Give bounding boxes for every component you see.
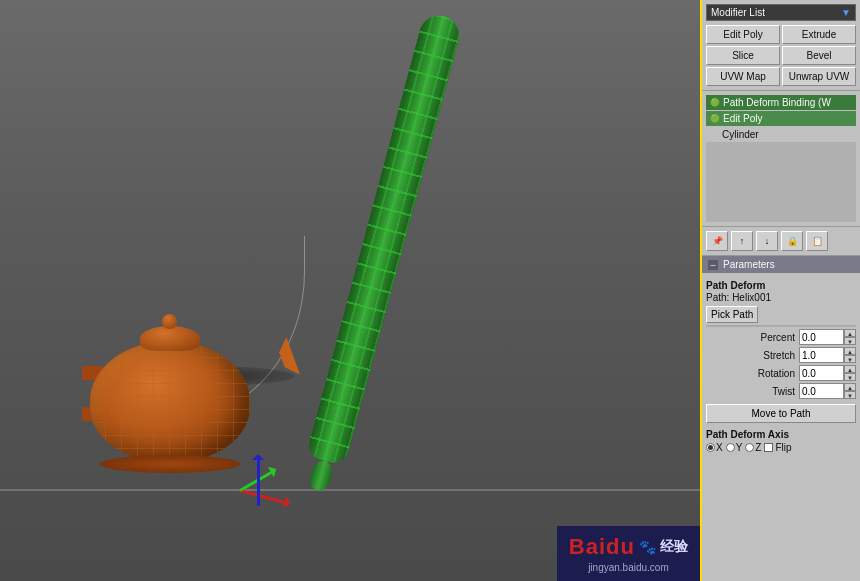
stack-tool-lock[interactable]: 🔒 xyxy=(781,231,803,251)
stack-path-deform[interactable]: 🟢 Path Deform Binding (W xyxy=(706,95,856,110)
percent-row: Percent ▲ ▼ xyxy=(706,329,856,345)
params-header-label: Parameters xyxy=(723,259,775,270)
axis-z-label: Z xyxy=(755,442,761,453)
modifier-buttons-grid: Edit Poly Extrude Slice Bevel UVW Map Un… xyxy=(706,25,856,86)
twist-input[interactable] xyxy=(799,383,844,399)
stretch-spinner: ▲ ▼ xyxy=(844,347,856,363)
stack-toolbar: 📌 ↑ ↓ 🔒 📋 xyxy=(702,227,860,256)
flip-label: Flip xyxy=(775,442,791,453)
axis-radio-row: X Y Z Flip xyxy=(706,442,856,453)
stack-icon-path-deform: 🟢 xyxy=(710,98,720,107)
axis-z-radio[interactable]: Z xyxy=(745,442,761,453)
axis-section-label: Path Deform Axis xyxy=(706,429,856,440)
params-body: Path Deform Path: Helix001 Pick Path Per… xyxy=(702,273,860,459)
stack-tool-pin[interactable]: 📌 xyxy=(706,231,728,251)
axis-z-radio-circle xyxy=(745,443,754,452)
stack-tool-up[interactable]: ↑ xyxy=(731,231,753,251)
watermark-suffix: 经验 xyxy=(660,538,688,556)
twist-value-group: ▲ ▼ xyxy=(799,383,856,399)
axis-x-radio[interactable]: X xyxy=(706,442,723,453)
percent-spin-dn[interactable]: ▼ xyxy=(844,337,856,345)
axis-y-radio[interactable]: Y xyxy=(726,442,743,453)
percent-spin-up[interactable]: ▲ xyxy=(844,329,856,337)
stretch-input[interactable] xyxy=(799,347,844,363)
stretch-row: Stretch ▲ ▼ xyxy=(706,347,856,363)
twist-spinner: ▲ ▼ xyxy=(844,383,856,399)
path-pick-row: Path: Helix001 xyxy=(706,292,856,303)
stack-empty-area xyxy=(706,142,856,222)
teapot-body xyxy=(90,341,250,461)
axis-y-label: Y xyxy=(736,442,743,453)
percent-label: Percent xyxy=(706,332,799,343)
twist-label: Twist xyxy=(706,386,799,397)
rotation-spin-up[interactable]: ▲ xyxy=(844,365,856,373)
watermark-logo: Baidu xyxy=(569,534,635,560)
stack-tool-copy[interactable]: 📋 xyxy=(806,231,828,251)
stack-edit-poly[interactable]: 🟢 Edit Poly xyxy=(706,111,856,126)
stretch-value-group: ▲ ▼ xyxy=(799,347,856,363)
stack-icon-edit-poly: 🟢 xyxy=(710,114,720,123)
teapot-lid xyxy=(140,326,200,351)
axis-x-radio-circle xyxy=(706,443,715,452)
axis-x-arrow xyxy=(240,489,289,505)
move-to-path-button[interactable]: Move to Path xyxy=(706,404,856,423)
axis-y-radio-circle xyxy=(726,443,735,452)
rotation-input[interactable] xyxy=(799,365,844,381)
axis-gizmo xyxy=(220,451,300,531)
stack-tool-down[interactable]: ↓ xyxy=(756,231,778,251)
stretch-label: Stretch xyxy=(706,350,799,361)
cylinder-body xyxy=(306,11,464,466)
uvw-map-button[interactable]: UVW Map xyxy=(706,67,780,86)
extrude-button[interactable]: Extrude xyxy=(782,25,856,44)
twist-spin-dn[interactable]: ▼ xyxy=(844,391,856,399)
cylinder-tip xyxy=(308,458,335,492)
twist-spin-up[interactable]: ▲ xyxy=(844,383,856,391)
flip-checkbox[interactable]: Flip xyxy=(764,442,791,453)
watermark-paw-icon: 🐾 xyxy=(639,539,656,555)
ground-plane xyxy=(0,489,700,491)
percent-value-group: ▲ ▼ xyxy=(799,329,856,345)
stretch-spin-dn[interactable]: ▼ xyxy=(844,355,856,363)
percent-spinner: ▲ ▼ xyxy=(844,329,856,345)
params-collapse-button[interactable]: – xyxy=(708,260,718,270)
params-header: – Parameters xyxy=(702,256,860,273)
viewport-3d[interactable]: Baidu 🐾 经验 jingyan.baidu.com xyxy=(0,0,700,581)
watermark-url: jingyan.baidu.com xyxy=(569,562,688,573)
flip-checkbox-box xyxy=(764,443,773,452)
percent-input[interactable] xyxy=(799,329,844,345)
axis-y-arrow xyxy=(257,456,260,506)
stack-path-deform-label: Path Deform Binding (W xyxy=(723,97,831,108)
rotation-spin-dn[interactable]: ▼ xyxy=(844,373,856,381)
stack-cylinder[interactable]: Cylinder xyxy=(706,127,856,142)
pick-path-button[interactable]: Pick Path xyxy=(706,306,758,323)
rotation-label: Rotation xyxy=(706,368,799,379)
modifier-list-section: Modifier List ▼ Edit Poly Extrude Slice … xyxy=(702,0,860,91)
main-container: Baidu 🐾 经验 jingyan.baidu.com Modifier Li… xyxy=(0,0,860,581)
slice-button[interactable]: Slice xyxy=(706,46,780,65)
rotation-value-group: ▲ ▼ xyxy=(799,365,856,381)
params-section: – Parameters Path Deform Path: Helix001 … xyxy=(702,256,860,581)
dropdown-arrow-icon: ▼ xyxy=(841,7,851,18)
divider-1 xyxy=(706,325,856,327)
bevel-button[interactable]: Bevel xyxy=(782,46,856,65)
modifier-list-label: Modifier List xyxy=(711,7,765,18)
rotation-spinner: ▲ ▼ xyxy=(844,365,856,381)
watermark-baidu: Baidu 🐾 经验 jingyan.baidu.com xyxy=(557,526,700,581)
edit-poly-button[interactable]: Edit Poly xyxy=(706,25,780,44)
stretch-spin-up[interactable]: ▲ xyxy=(844,347,856,355)
rotation-row: Rotation ▲ ▼ xyxy=(706,365,856,381)
path-line-label: Path: Helix001 xyxy=(706,292,771,303)
path-deform-group-label: Path Deform xyxy=(706,280,856,291)
axis-x-label: X xyxy=(716,442,723,453)
unwrap-uvw-button[interactable]: Unwrap UVW xyxy=(782,67,856,86)
teapot-base xyxy=(100,455,240,473)
twist-row: Twist ▲ ▼ xyxy=(706,383,856,399)
right-panel: Modifier List ▼ Edit Poly Extrude Slice … xyxy=(700,0,860,581)
stack-edit-poly-label: Edit Poly xyxy=(723,113,762,124)
modifier-stack: 🟢 Path Deform Binding (W 🟢 Edit Poly Cyl… xyxy=(702,91,860,227)
modifier-list-dropdown[interactable]: Modifier List ▼ xyxy=(706,4,856,21)
teapot-knob xyxy=(162,314,177,329)
